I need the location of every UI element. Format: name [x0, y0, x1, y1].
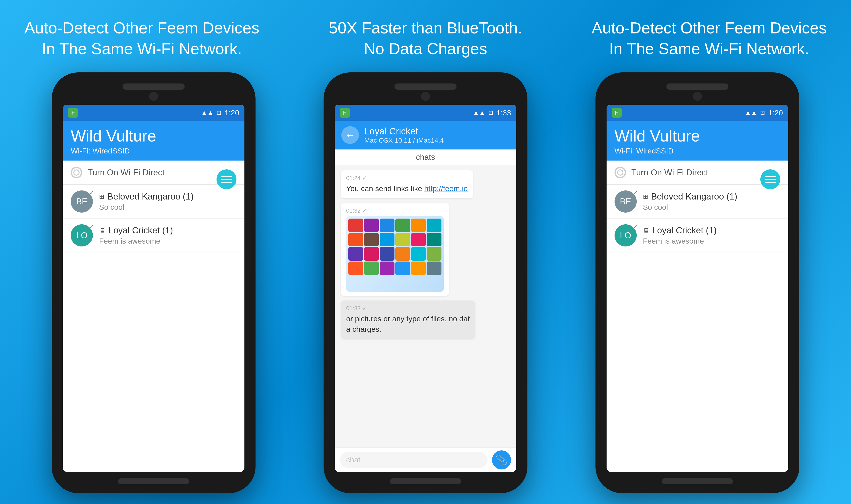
app-icon-square [364, 219, 379, 232]
app-title-left: Wild Vulture [71, 127, 237, 145]
wifi-direct-label-left: Turn On Wi-Fi Direct [88, 168, 164, 177]
avatar-loyal-right: LO ✓ [614, 224, 637, 247]
device-msg-loyal-left: Feem is awesome [99, 237, 237, 245]
app-icon-square [427, 233, 441, 247]
app-icon-square [348, 233, 363, 247]
msg-text-1: You can send links like http://feem.io [346, 183, 468, 194]
chat-contact-device: Mac OSX 10.11 / iMac14,4 [364, 137, 444, 144]
status-bar-center: F ▲▲ ⊡ 1:33 [335, 105, 516, 121]
feem-icon-center: F [340, 108, 350, 118]
phone-speaker-center [395, 84, 456, 90]
settings-line-r1 [765, 176, 776, 177]
app-icon-square [380, 262, 395, 275]
wifi-direct-icon-left [71, 167, 82, 178]
message-2: 01:32 ✓ [341, 203, 449, 296]
app-header-left: Wild Vulture Wi-Fi: WiredSSID [63, 121, 244, 161]
device-info-beloved-right: ⊞ Beloved Kangaroo (1) So cool [643, 192, 780, 212]
app-icons-grid [346, 216, 444, 292]
signal-icon-left: ▲▲ [201, 109, 213, 116]
checkmark-beloved-left: ✓ [89, 189, 94, 196]
phone-right: F ▲▲ ⊡ 1:20 Wild Vulture Wi-Fi: WiredSSI… [595, 72, 799, 493]
avatar-beloved-left: BE ✓ [71, 191, 93, 213]
phone-screen-center: F ▲▲ ⊡ 1:33 ← Loyal Cricket Mac OSX 10.1… [335, 105, 516, 472]
app-icon-square [411, 233, 426, 247]
device-item-loyal-right[interactable]: LO ✓ 🖥 Loyal Cricket (1) Feem is awesome [607, 219, 788, 252]
app-icon-square [364, 233, 379, 247]
phone-screen-right: F ▲▲ ⊡ 1:20 Wild Vulture Wi-Fi: WiredSSI… [607, 105, 788, 472]
phone-screen-left: F ▲▲ ⊡ 1:20 Wild Vulture Wi-Fi: WiredSSI… [63, 105, 244, 472]
msg-link-1[interactable]: http://feem.io [424, 184, 468, 193]
app-icon-square [395, 247, 410, 260]
battery-icon-center: ⊡ [488, 109, 493, 116]
chat-header-info: Loyal Cricket Mac OSX 10.11 / iMac14,4 [364, 126, 444, 144]
phone-camera-center [421, 92, 430, 101]
status-bar-right-right: ▲▲ ⊡ 1:20 [745, 108, 783, 117]
caption-right: Auto-Detect Other Feem Devices In The Sa… [587, 18, 831, 59]
chat-input-field[interactable]: chat [340, 452, 488, 468]
attach-button[interactable]: 📎 [492, 450, 511, 469]
app-subtitle-right: Wi-Fi: WiredSSID [614, 147, 780, 155]
wifi-direct-label-right: Turn On Wi-Fi Direct [631, 168, 708, 177]
app-icon-square [380, 233, 395, 247]
settings-button-left[interactable] [216, 169, 237, 189]
phone-bottom-right [662, 478, 733, 484]
app-header-right: Wild Vulture Wi-Fi: WiredSSID [607, 121, 788, 161]
wifi-direct-icon-right [614, 167, 626, 178]
device-msg-beloved-left: So cool [99, 203, 237, 212]
os-icon-beloved-right: ⊞ [643, 193, 648, 200]
settings-line-2 [221, 179, 232, 180]
feem-icon-right: F [612, 108, 622, 118]
phone-camera-left [149, 92, 158, 101]
settings-line-1 [221, 176, 232, 177]
device-msg-beloved-right: So cool [643, 203, 780, 212]
caption-left: Auto-Detect Other Feem Devices In The Sa… [20, 18, 264, 59]
device-item-beloved-right[interactable]: BE ✓ ⊞ Beloved Kangaroo (1) So cool [607, 185, 788, 219]
status-bar-left: F ▲▲ ⊡ 1:20 [63, 105, 244, 121]
signal-icon-right: ▲▲ [745, 109, 757, 116]
os-icon-loyal-right: 🖥 [643, 227, 649, 234]
settings-line-r2 [765, 179, 776, 180]
phone-camera-right [693, 92, 702, 101]
settings-button-right[interactable] [760, 169, 780, 189]
message-3: 01:33 ✓ or pictures or any type of files… [341, 301, 475, 339]
app-icon-square [395, 233, 410, 247]
status-bar-right-center: ▲▲ ⊡ 1:33 [473, 108, 511, 117]
app-icon-square [411, 219, 426, 232]
chat-input-bar: chat 📎 [335, 448, 516, 472]
app-icon-square [348, 247, 363, 260]
time-center: 1:33 [497, 108, 511, 117]
status-bar-right-left: ▲▲ ⊡ 1:20 [201, 108, 239, 117]
phone-speaker-right [666, 84, 728, 90]
chat-contact-name: Loyal Cricket [364, 126, 444, 137]
phone-center: F ▲▲ ⊡ 1:33 ← Loyal Cricket Mac OSX 10.1… [324, 72, 527, 493]
phone-bottom-center [390, 478, 461, 484]
time-right: 1:20 [768, 108, 783, 117]
avatar-loyal-left: LO ✓ [71, 224, 93, 247]
app-subtitle-left: Wi-Fi: WiredSSID [71, 147, 237, 155]
device-item-beloved-left[interactable]: BE ✓ ⊞ Beloved Kangaroo (1) So cool [63, 185, 244, 219]
device-name-beloved-right: Beloved Kangaroo (1) [651, 192, 737, 201]
msg-time-3: 01:33 ✓ [346, 305, 470, 312]
device-info-loyal-left: 🖥 Loyal Cricket (1) Feem is awesome [99, 226, 237, 245]
app-icon-square [364, 247, 379, 260]
app-icon-square [427, 262, 441, 275]
status-bar-right-phone: F ▲▲ ⊡ 1:20 [607, 105, 788, 121]
chats-label-bar: chats [335, 149, 516, 165]
device-msg-loyal-right: Feem is awesome [643, 237, 780, 245]
status-bar-left-icons-right: F [612, 108, 622, 118]
back-button[interactable]: ← [341, 126, 359, 144]
app-icon-square [395, 219, 410, 232]
settings-line-r3 [765, 182, 776, 183]
device-item-loyal-left[interactable]: LO ✓ 🖥 Loyal Cricket (1) Feem is awesome [63, 219, 244, 252]
chat-header: ← Loyal Cricket Mac OSX 10.11 / iMac14,4 [335, 121, 516, 149]
checkmark-loyal-left: ✓ [89, 223, 94, 230]
app-icon-square [348, 219, 363, 232]
status-bar-left-icons: F [68, 108, 78, 118]
chat-messages-area[interactable]: 01:24 ✓ You can send links like http://f… [335, 165, 516, 448]
caption-center: 50X Faster than BlueTooth. No Data Charg… [303, 18, 548, 59]
app-icon-square [411, 262, 426, 275]
status-bar-left-center: F [340, 108, 350, 118]
avatar-beloved-right: BE ✓ [614, 191, 637, 213]
caption-left-text: Auto-Detect Other Feem Devices In The Sa… [24, 19, 259, 58]
device-info-loyal-right: 🖥 Loyal Cricket (1) Feem is awesome [643, 226, 780, 245]
